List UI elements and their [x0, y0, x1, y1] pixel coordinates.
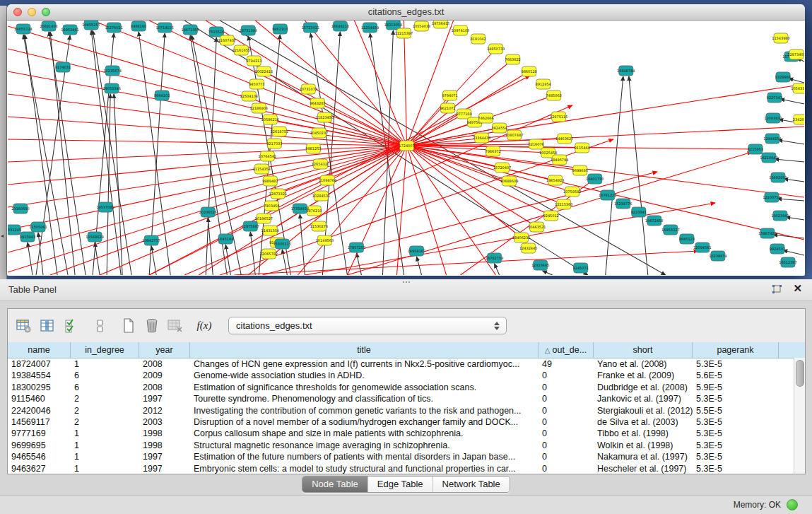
network-node[interactable]: 11098764: [319, 175, 336, 185]
network-node[interactable]: 11530276: [310, 221, 328, 231]
network-node[interactable]: 9223341: [631, 207, 647, 217]
window-close-button[interactable]: [13, 8, 22, 16]
network-node[interactable]: 16958167: [408, 246, 425, 256]
network-node[interactable]: 12504104: [240, 91, 258, 101]
delete-table-button[interactable]: [165, 315, 186, 337]
network-node[interactable]: 10149563: [316, 235, 334, 245]
tab-network-table[interactable]: Network Table: [433, 477, 510, 492]
table-row[interactable]: 1456911722003Disruption of a novel membe…: [8, 416, 805, 428]
network-node[interactable]: 9845123: [679, 234, 695, 244]
column-header-in_degree[interactable]: in_degree: [71, 342, 139, 358]
network-node[interactable]: 16953327: [661, 225, 679, 235]
network-node[interactable]: 9031245: [8, 225, 21, 235]
network-node[interactable]: 12093832: [764, 113, 782, 123]
network-node[interactable]: 16401730: [586, 174, 604, 184]
network-node[interactable]: 11505061: [29, 222, 47, 232]
network-node[interactable]: 10554038: [413, 21, 430, 31]
network-node[interactable]: 14671355: [181, 25, 199, 35]
network-node[interactable]: 24055724: [14, 24, 32, 34]
network-node[interactable]: 10284531: [312, 191, 330, 201]
network-node[interactable]: 15987420: [758, 228, 776, 238]
network-hub-node[interactable]: 1724007: [399, 141, 414, 151]
column-header-name[interactable]: name: [8, 342, 71, 358]
network-node[interactable]: 7462666: [478, 113, 493, 123]
network-node[interactable]: 12161655: [233, 45, 250, 55]
network-node[interactable]: 9115460: [575, 143, 590, 153]
network-node[interactable]: 10719155: [155, 23, 173, 33]
memory-ok-indicator[interactable]: [787, 499, 798, 510]
network-node[interactable]: 23364436: [473, 133, 490, 143]
network-node[interactable]: 9924501: [770, 244, 785, 254]
network-node[interactable]: 12618751: [271, 127, 288, 136]
network-node[interactable]: 9981253: [305, 144, 321, 153]
network-node[interactable]: 11254439: [361, 23, 379, 33]
network-node[interactable]: 9329966: [775, 72, 791, 82]
network-node[interactable]: 11568829: [86, 232, 103, 242]
column-header-pagerank[interactable]: pagerank: [693, 342, 779, 358]
network-canvas[interactable]: 2405572420691406169534611065525715276021…: [8, 21, 804, 275]
network-node[interactable]: 10196527: [255, 214, 273, 223]
network-node[interactable]: 14850733: [487, 44, 505, 54]
network-node[interactable]: 9794071: [442, 90, 457, 100]
network-node[interactable]: 10235674: [103, 66, 121, 76]
row-height-button[interactable]: [89, 315, 110, 337]
network-node[interactable]: 17957253: [348, 243, 365, 252]
network-node[interactable]: 12065782: [260, 249, 278, 259]
network-node[interactable]: 8466160: [131, 21, 146, 31]
network-node[interactable]: 11607437: [218, 35, 236, 45]
network-node[interactable]: 10759542: [563, 187, 581, 197]
vertical-scrollbar[interactable]: [794, 358, 805, 474]
network-node[interactable]: 12215397: [395, 28, 413, 38]
network-node[interactable]: 9699695: [572, 165, 588, 175]
network-node[interactable]: 14537082: [96, 202, 114, 212]
network-node[interactable]: 15692951: [769, 173, 787, 182]
network-node[interactable]: 8191042: [470, 34, 486, 44]
network-canvas-svg[interactable]: 2405572420691406169534611065525715276021…: [8, 21, 804, 275]
network-node[interactable]: 10672458: [645, 216, 663, 226]
network-node[interactable]: 20691406: [40, 21, 57, 31]
network-node[interactable]: 10764542: [259, 151, 276, 161]
panel-collapse-arrow-icon[interactable]: ◂: [1, 233, 4, 239]
network-node[interactable]: 12432445: [519, 243, 537, 253]
network-node[interactable]: 15720407: [493, 163, 511, 173]
network-node[interactable]: 19654923: [546, 175, 564, 185]
network-node[interactable]: 12186906: [250, 103, 268, 113]
network-node[interactable]: 18731304: [240, 25, 257, 35]
network-node[interactable]: 16648784: [617, 66, 635, 76]
network-node[interactable]: 20206526: [199, 207, 217, 217]
column-header-year[interactable]: year: [139, 342, 190, 358]
network-node[interactable]: 16791221: [599, 190, 616, 200]
network-node[interactable]: 19736415: [432, 21, 449, 28]
table-row[interactable]: 969969511998Structural magnetic resonanc…: [8, 440, 805, 451]
float-panel-button[interactable]: [771, 284, 782, 296]
scrollbar-thumb[interactable]: [796, 360, 804, 387]
network-node[interactable]: 9862103: [272, 24, 288, 34]
network-node[interactable]: 10731073: [300, 84, 317, 94]
network-node[interactable]: 9217033: [266, 139, 282, 148]
network-node[interactable]: 10238974: [709, 251, 726, 261]
network-node[interactable]: 23160650: [11, 204, 29, 214]
network-node[interactable]: 12873321: [269, 189, 287, 199]
network-node[interactable]: 12975115: [550, 112, 567, 122]
network-window-titlebar[interactable]: citations_edges.txt: [7, 4, 805, 21]
network-node[interactable]: 2342004: [793, 115, 804, 124]
table-mode-button[interactable]: [13, 315, 35, 337]
network-node[interactable]: 9174031: [55, 62, 71, 72]
table-row[interactable]: 1830029562008Estimation of significance …: [8, 382, 805, 393]
panel-resize-grip[interactable]: [402, 281, 411, 284]
column-header-title[interactable]: title: [190, 342, 539, 358]
network-node[interactable]: 16649218: [331, 21, 349, 31]
delete-column-button[interactable]: [141, 315, 163, 337]
table-row[interactable]: 2242004622012Investigating the contribut…: [8, 405, 805, 416]
table-row[interactable]: 911546021997Tourette syndrome. Phenomeno…: [8, 393, 805, 404]
network-node[interactable]: 9227343: [767, 93, 782, 103]
network-node[interactable]: 8215953: [748, 144, 763, 154]
network-node[interactable]: 11823450: [316, 112, 334, 122]
network-node[interactable]: 12975887: [242, 221, 259, 231]
network-node[interactable]: 12215360: [555, 199, 572, 209]
network-node[interactable]: 9245071: [573, 263, 589, 273]
table-row[interactable]: 946554611997Estimation of the future num…: [8, 451, 805, 462]
network-node[interactable]: 10655257: [82, 21, 100, 30]
left-collapsed-panel[interactable]: ◂: [0, 6, 7, 279]
network-node[interactable]: 7485063: [546, 90, 562, 100]
